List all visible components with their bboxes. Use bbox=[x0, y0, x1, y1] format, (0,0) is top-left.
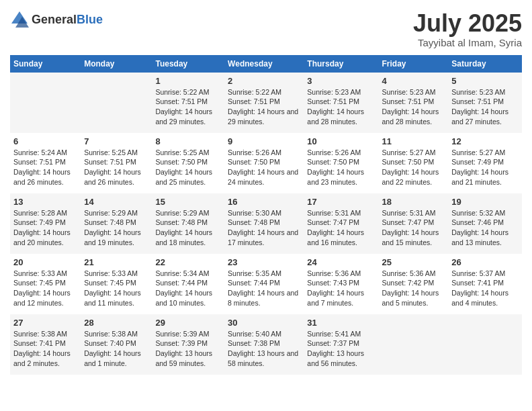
day-info: Sunrise: 5:28 AM Sunset: 7:49 PM Dayligh… bbox=[13, 208, 77, 248]
week-row-5: 27Sunrise: 5:38 AM Sunset: 7:41 PM Dayli… bbox=[10, 314, 522, 375]
calendar-header-row: SundayMondayTuesdayWednesdayThursdayFrid… bbox=[10, 55, 522, 73]
day-info: Sunrise: 5:25 AM Sunset: 7:50 PM Dayligh… bbox=[155, 148, 221, 187]
day-info: Sunrise: 5:22 AM Sunset: 7:51 PM Dayligh… bbox=[228, 87, 300, 127]
day-number: 13 bbox=[13, 197, 77, 207]
day-cell: 30Sunrise: 5:40 AM Sunset: 7:38 PM Dayli… bbox=[224, 314, 304, 375]
day-cell: 31Sunrise: 5:41 AM Sunset: 7:37 PM Dayli… bbox=[304, 314, 378, 375]
day-cell: 3Sunrise: 5:23 AM Sunset: 7:51 PM Daylig… bbox=[304, 73, 378, 133]
day-number: 7 bbox=[84, 136, 148, 146]
day-cell: 27Sunrise: 5:38 AM Sunset: 7:41 PM Dayli… bbox=[10, 314, 81, 375]
day-cell: 13Sunrise: 5:28 AM Sunset: 7:49 PM Dayli… bbox=[10, 193, 81, 254]
logo-icon bbox=[10, 10, 29, 29]
day-number: 20 bbox=[13, 257, 77, 267]
day-number: 21 bbox=[84, 257, 148, 267]
day-number: 15 bbox=[155, 197, 221, 207]
header-saturday: Saturday bbox=[448, 55, 522, 73]
day-info: Sunrise: 5:23 AM Sunset: 7:51 PM Dayligh… bbox=[307, 87, 375, 127]
day-cell bbox=[379, 314, 449, 375]
day-cell: 15Sunrise: 5:29 AM Sunset: 7:48 PM Dayli… bbox=[152, 193, 224, 254]
day-info: Sunrise: 5:35 AM Sunset: 7:44 PM Dayligh… bbox=[228, 269, 300, 308]
day-number: 9 bbox=[228, 136, 300, 146]
day-number: 4 bbox=[382, 76, 445, 86]
day-info: Sunrise: 5:38 AM Sunset: 7:40 PM Dayligh… bbox=[84, 329, 148, 369]
day-number: 26 bbox=[451, 257, 519, 267]
week-row-4: 20Sunrise: 5:33 AM Sunset: 7:45 PM Dayli… bbox=[10, 254, 522, 314]
day-cell bbox=[81, 73, 152, 133]
day-number: 17 bbox=[307, 197, 375, 207]
logo: GeneralBlue bbox=[10, 10, 103, 29]
header-sunday: Sunday bbox=[10, 55, 81, 73]
logo-text-general: General bbox=[32, 13, 77, 26]
day-cell: 9Sunrise: 5:26 AM Sunset: 7:50 PM Daylig… bbox=[224, 133, 304, 193]
day-number: 16 bbox=[228, 197, 300, 207]
day-cell: 2Sunrise: 5:22 AM Sunset: 7:51 PM Daylig… bbox=[224, 73, 304, 133]
month-year: July 2025 bbox=[413, 10, 522, 37]
day-info: Sunrise: 5:23 AM Sunset: 7:51 PM Dayligh… bbox=[451, 87, 519, 127]
day-cell: 26Sunrise: 5:37 AM Sunset: 7:41 PM Dayli… bbox=[448, 254, 522, 314]
day-cell: 10Sunrise: 5:26 AM Sunset: 7:50 PM Dayli… bbox=[304, 133, 378, 193]
day-info: Sunrise: 5:33 AM Sunset: 7:45 PM Dayligh… bbox=[84, 269, 148, 308]
day-number: 19 bbox=[451, 197, 519, 207]
day-cell: 29Sunrise: 5:39 AM Sunset: 7:39 PM Dayli… bbox=[152, 314, 224, 375]
day-info: Sunrise: 5:30 AM Sunset: 7:48 PM Dayligh… bbox=[228, 208, 300, 248]
header-tuesday: Tuesday bbox=[152, 55, 224, 73]
page-header: GeneralBlue July 2025 Tayyibat al Imam, … bbox=[10, 10, 522, 48]
day-cell: 7Sunrise: 5:25 AM Sunset: 7:51 PM Daylig… bbox=[81, 133, 152, 193]
day-number: 5 bbox=[451, 76, 519, 86]
day-cell: 14Sunrise: 5:29 AM Sunset: 7:48 PM Dayli… bbox=[81, 193, 152, 254]
day-info: Sunrise: 5:32 AM Sunset: 7:46 PM Dayligh… bbox=[451, 208, 519, 248]
day-number: 23 bbox=[228, 257, 300, 267]
day-number: 11 bbox=[382, 136, 445, 146]
day-number: 6 bbox=[13, 136, 77, 146]
day-cell: 24Sunrise: 5:36 AM Sunset: 7:43 PM Dayli… bbox=[304, 254, 378, 314]
day-info: Sunrise: 5:25 AM Sunset: 7:51 PM Dayligh… bbox=[84, 148, 148, 187]
day-cell: 1Sunrise: 5:22 AM Sunset: 7:51 PM Daylig… bbox=[152, 73, 224, 133]
day-cell: 18Sunrise: 5:31 AM Sunset: 7:47 PM Dayli… bbox=[379, 193, 449, 254]
day-info: Sunrise: 5:41 AM Sunset: 7:37 PM Dayligh… bbox=[307, 329, 375, 369]
day-number: 30 bbox=[228, 318, 300, 328]
day-number: 31 bbox=[307, 318, 375, 328]
day-cell bbox=[448, 314, 522, 375]
day-info: Sunrise: 5:36 AM Sunset: 7:43 PM Dayligh… bbox=[307, 269, 375, 308]
day-cell: 25Sunrise: 5:36 AM Sunset: 7:42 PM Dayli… bbox=[379, 254, 449, 314]
day-info: Sunrise: 5:39 AM Sunset: 7:39 PM Dayligh… bbox=[155, 329, 221, 369]
day-info: Sunrise: 5:38 AM Sunset: 7:41 PM Dayligh… bbox=[13, 329, 77, 369]
header-monday: Monday bbox=[81, 55, 152, 73]
day-number: 2 bbox=[228, 76, 300, 86]
day-number: 12 bbox=[451, 136, 519, 146]
day-cell: 16Sunrise: 5:30 AM Sunset: 7:48 PM Dayli… bbox=[224, 193, 304, 254]
day-number: 8 bbox=[155, 136, 221, 146]
day-number: 25 bbox=[382, 257, 445, 267]
day-info: Sunrise: 5:22 AM Sunset: 7:51 PM Dayligh… bbox=[155, 87, 221, 127]
day-number: 22 bbox=[155, 257, 221, 267]
day-cell: 17Sunrise: 5:31 AM Sunset: 7:47 PM Dayli… bbox=[304, 193, 378, 254]
day-info: Sunrise: 5:26 AM Sunset: 7:50 PM Dayligh… bbox=[228, 148, 300, 187]
day-info: Sunrise: 5:24 AM Sunset: 7:51 PM Dayligh… bbox=[13, 148, 77, 187]
week-row-1: 1Sunrise: 5:22 AM Sunset: 7:51 PM Daylig… bbox=[10, 73, 522, 133]
day-number: 3 bbox=[307, 76, 375, 86]
day-cell: 20Sunrise: 5:33 AM Sunset: 7:45 PM Dayli… bbox=[10, 254, 81, 314]
day-cell: 19Sunrise: 5:32 AM Sunset: 7:46 PM Dayli… bbox=[448, 193, 522, 254]
day-info: Sunrise: 5:40 AM Sunset: 7:38 PM Dayligh… bbox=[228, 329, 300, 369]
day-info: Sunrise: 5:27 AM Sunset: 7:50 PM Dayligh… bbox=[382, 148, 445, 187]
day-info: Sunrise: 5:37 AM Sunset: 7:41 PM Dayligh… bbox=[451, 269, 519, 308]
day-number: 28 bbox=[84, 318, 148, 328]
day-cell bbox=[10, 73, 81, 133]
day-number: 24 bbox=[307, 257, 375, 267]
day-number: 14 bbox=[84, 197, 148, 207]
day-number: 18 bbox=[382, 197, 445, 207]
location: Tayyibat al Imam, Syria bbox=[413, 37, 522, 48]
day-number: 1 bbox=[155, 76, 221, 86]
day-info: Sunrise: 5:29 AM Sunset: 7:48 PM Dayligh… bbox=[84, 208, 148, 248]
day-cell: 5Sunrise: 5:23 AM Sunset: 7:51 PM Daylig… bbox=[448, 73, 522, 133]
week-row-2: 6Sunrise: 5:24 AM Sunset: 7:51 PM Daylig… bbox=[10, 133, 522, 193]
title-area: July 2025 Tayyibat al Imam, Syria bbox=[413, 10, 522, 48]
day-info: Sunrise: 5:36 AM Sunset: 7:42 PM Dayligh… bbox=[382, 269, 445, 308]
day-info: Sunrise: 5:26 AM Sunset: 7:50 PM Dayligh… bbox=[307, 148, 375, 187]
day-info: Sunrise: 5:34 AM Sunset: 7:44 PM Dayligh… bbox=[155, 269, 221, 308]
day-number: 29 bbox=[155, 318, 221, 328]
day-cell: 21Sunrise: 5:33 AM Sunset: 7:45 PM Dayli… bbox=[81, 254, 152, 314]
day-cell: 4Sunrise: 5:23 AM Sunset: 7:51 PM Daylig… bbox=[379, 73, 449, 133]
day-info: Sunrise: 5:31 AM Sunset: 7:47 PM Dayligh… bbox=[307, 208, 375, 248]
day-cell: 11Sunrise: 5:27 AM Sunset: 7:50 PM Dayli… bbox=[379, 133, 449, 193]
